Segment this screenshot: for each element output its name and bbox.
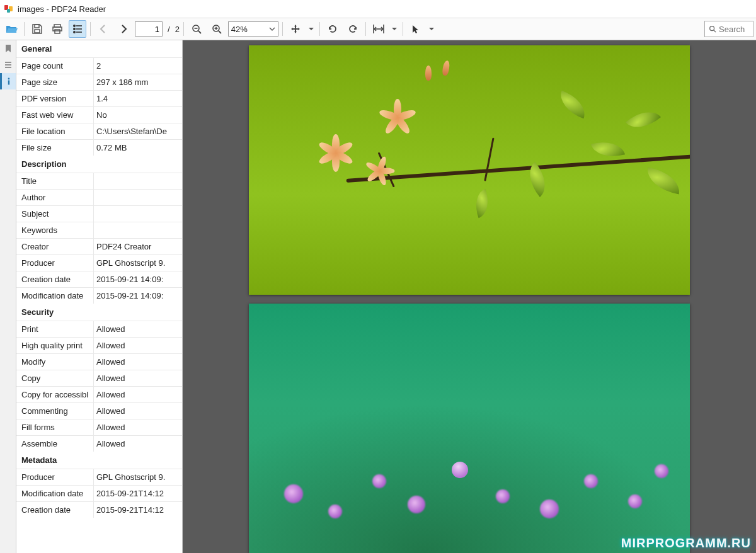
page-total: 2: [175, 25, 180, 34]
search-box[interactable]: [704, 21, 753, 37]
zoom-in-button[interactable]: [208, 20, 226, 38]
toolbar: / 2 42%: [0, 18, 756, 40]
zoom-out-button[interactable]: [188, 20, 205, 38]
titlebar: images - PDF24 Reader: [0, 0, 756, 18]
property-key: File location: [16, 123, 93, 139]
select-dropdown[interactable]: [427, 20, 436, 38]
fit-dropdown[interactable]: [390, 20, 399, 38]
svg-point-8: [74, 25, 75, 26]
property-row: Copy for accessiblAllowed: [16, 386, 182, 402]
property-key: Copy: [16, 370, 93, 386]
svg-line-25: [714, 30, 716, 32]
property-key: PDF version: [16, 91, 93, 106]
property-value: 2015-09-21 14:09:: [93, 288, 182, 304]
property-value: C:\Users\Stefan\De: [93, 123, 182, 139]
pan-tool-button[interactable]: [287, 20, 304, 38]
property-row: Modification date2015-09-21T14:12: [16, 485, 182, 501]
property-key: Title: [16, 173, 93, 189]
nav-back-button[interactable]: [94, 20, 112, 38]
bookmark-tab[interactable]: [0, 40, 16, 57]
property-key: Modification date: [16, 486, 93, 501]
separator: [24, 22, 25, 36]
property-key: Creation date: [16, 271, 93, 287]
svg-line-18: [219, 31, 221, 33]
property-value: Allowed: [93, 436, 182, 452]
app-icon: [4, 4, 14, 14]
search-input[interactable]: [719, 25, 749, 34]
nav-forward-button[interactable]: [115, 20, 132, 38]
property-key: Print: [16, 321, 93, 337]
property-key: Creation date: [16, 502, 93, 518]
property-row: Modification date2015-09-21 14:09:: [16, 287, 182, 304]
property-value: Allowed: [93, 354, 182, 370]
property-key: Fill forms: [16, 419, 93, 435]
svg-rect-5: [54, 25, 60, 27]
rotate-cw-button[interactable]: [344, 20, 362, 38]
pan-dropdown[interactable]: [307, 20, 316, 38]
property-value: PDF24 Creator: [93, 239, 182, 254]
separator: [282, 22, 283, 36]
property-key: Subject: [16, 206, 93, 222]
property-key: Modify: [16, 354, 93, 370]
svg-point-29: [8, 78, 10, 80]
watermark: MIRPROGRAMM.RU: [621, 536, 751, 550]
print-button[interactable]: [49, 20, 66, 38]
property-value: 0.72 MB: [93, 140, 182, 156]
property-value: 2015-09-21T14:12: [93, 502, 182, 518]
property-value: Allowed: [93, 338, 182, 353]
property-row: Title: [16, 173, 182, 189]
outline-tab[interactable]: [0, 57, 16, 73]
svg-point-14: [193, 25, 199, 31]
pdf-page-1: [249, 45, 690, 295]
separator: [183, 22, 184, 36]
svg-rect-6: [53, 27, 62, 31]
property-value: No: [93, 107, 182, 123]
properties-sidebar[interactable]: GeneralPage count2Page size297 x 186 mmP…: [16, 40, 183, 553]
page-number-input[interactable]: [135, 21, 163, 37]
open-file-button[interactable]: [3, 20, 20, 38]
property-key: Page size: [16, 74, 93, 90]
svg-point-17: [213, 25, 219, 31]
separator: [365, 22, 366, 36]
property-row: CreatorPDF24 Creator: [16, 238, 182, 254]
property-row: Creation date2015-09-21 14:09:: [16, 271, 182, 287]
property-row: ProducerGPL Ghostscript 9.: [16, 254, 182, 271]
property-row: ModifyAllowed: [16, 353, 182, 370]
property-row: File locationC:\Users\Stefan\De: [16, 123, 182, 139]
svg-point-12: [74, 31, 75, 33]
property-value: [93, 173, 182, 189]
property-value: 1.4: [93, 91, 182, 106]
page-slash: /: [165, 25, 173, 34]
property-value: [93, 190, 182, 205]
property-value: [93, 222, 182, 238]
property-value: GPL Ghostscript 9.: [93, 255, 182, 271]
property-key: Author: [16, 190, 93, 205]
toggle-sidebar-button[interactable]: [69, 20, 86, 38]
property-key: File size: [16, 140, 93, 156]
property-row: Author: [16, 189, 182, 205]
svg-rect-3: [35, 25, 39, 28]
property-key: Commenting: [16, 403, 93, 419]
info-tab[interactable]: [0, 73, 16, 89]
svg-line-15: [198, 31, 201, 33]
rotate-ccw-button[interactable]: [324, 20, 341, 38]
separator: [403, 22, 403, 36]
property-group-header: Metadata: [16, 452, 182, 469]
svg-rect-4: [35, 30, 40, 33]
property-value: Allowed: [93, 403, 182, 419]
save-button[interactable]: [28, 20, 46, 38]
main-area: GeneralPage count2Page size297 x 186 mmP…: [0, 40, 756, 553]
property-row: Fill formsAllowed: [16, 419, 182, 435]
property-row: High quality printAllowed: [16, 337, 182, 353]
select-tool-button[interactable]: [407, 20, 425, 38]
zoom-select[interactable]: 42%: [228, 21, 278, 37]
document-viewer[interactable]: MIRPROGRAMM.RU: [183, 40, 756, 553]
separator: [319, 22, 320, 36]
property-row: CommentingAllowed: [16, 402, 182, 419]
property-key: Page count: [16, 58, 93, 74]
property-value: GPL Ghostscript 9.: [93, 469, 182, 485]
window-title: images - PDF24 Reader: [18, 4, 106, 14]
property-group-header: General: [16, 40, 182, 57]
left-rail: [0, 40, 16, 553]
fit-width-button[interactable]: [370, 20, 387, 38]
